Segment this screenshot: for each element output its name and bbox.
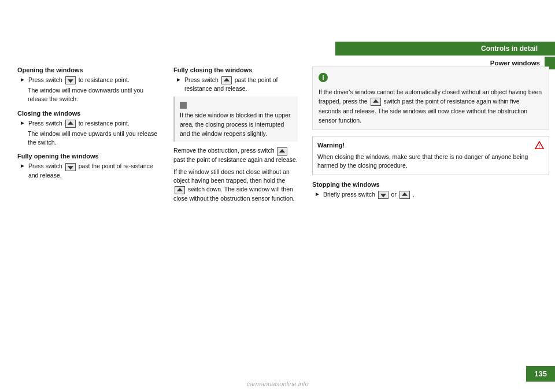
opening-sub: The window will move downwards until you… bbox=[17, 86, 165, 103]
switch-up-icon-1 bbox=[65, 120, 76, 128]
bullet-arrow-5: ► bbox=[314, 191, 320, 197]
side-window-note: If the side window is blocked in the upp… bbox=[173, 97, 298, 142]
middle-column: Fully closing the windows ► Press switch… bbox=[173, 66, 306, 206]
warning-triangle-icon: ! bbox=[535, 141, 544, 149]
warning-header: Warning! ! bbox=[317, 140, 544, 150]
bullet-arrow-3: ► bbox=[20, 162, 25, 169]
watermark: carmanualsonline.info bbox=[246, 380, 308, 387]
fully-opening-title: Fully opening the windows bbox=[17, 153, 165, 160]
if-no-close-text: If the window still does not close witho… bbox=[173, 168, 298, 203]
warning-title: Warning! bbox=[317, 140, 345, 150]
closing-sub: The window will move upwards until you r… bbox=[17, 130, 165, 147]
power-windows-label: Power windows bbox=[490, 60, 545, 66]
controls-detail-label: Controls in detail bbox=[335, 42, 555, 56]
stopping-title: Stopping the windows bbox=[312, 181, 549, 188]
stopping-text: Briefly press switch or . bbox=[323, 190, 415, 199]
driver-window-info-box: i If the driver's window cannot be autom… bbox=[312, 66, 549, 130]
fully-opening-bullet: ► Press switch past the point of re-sist… bbox=[17, 162, 165, 179]
closing-title: Closing the windows bbox=[17, 110, 165, 117]
switch-up-icon-5 bbox=[371, 98, 381, 106]
closing-bullet: ► Press switch to resistance point. bbox=[17, 119, 165, 128]
svg-text:!: ! bbox=[539, 144, 540, 148]
opening-bullet: ► Press switch to resistance point. bbox=[17, 76, 165, 84]
closing-bullet-text: Press switch to resistance point. bbox=[28, 119, 130, 128]
stopping-bullet: ► Briefly press switch or . bbox=[312, 190, 549, 199]
warning-text: When closing the windows, make sure that… bbox=[317, 153, 528, 169]
opening-bullet-text: Press switch to resistance point. bbox=[28, 76, 130, 84]
switch-up-icon-4 bbox=[175, 186, 185, 194]
info-icon-row: i bbox=[319, 73, 543, 84]
switch-down-icon-3 bbox=[378, 191, 388, 199]
main-content: Opening the windows ► Press switch to re… bbox=[17, 66, 549, 206]
fully-closing-bullet: ► Press switch past the point of resista… bbox=[173, 76, 298, 93]
note-text: If the side window is blocked in the upp… bbox=[180, 112, 290, 137]
fully-closing-text: Press switch past the point of resistanc… bbox=[184, 76, 298, 93]
page-number: 135 bbox=[526, 366, 555, 382]
bullet-arrow-1: ► bbox=[20, 76, 25, 83]
bullet-arrow-2: ► bbox=[20, 120, 25, 126]
fully-closing-title: Fully closing the windows bbox=[173, 66, 298, 73]
switch-down-icon-1 bbox=[65, 76, 76, 84]
left-column: Opening the windows ► Press switch to re… bbox=[17, 66, 173, 206]
remove-obstruction-text: Remove the obstruction, press switch pas… bbox=[173, 146, 298, 164]
bullet-arrow-4: ► bbox=[176, 76, 182, 83]
switch-up-icon-6 bbox=[399, 191, 410, 199]
note-icon bbox=[180, 102, 187, 109]
opening-title: Opening the windows bbox=[17, 66, 165, 73]
switch-up-icon-2 bbox=[221, 76, 232, 84]
switch-up-icon-3 bbox=[277, 147, 287, 156]
fully-opening-text: Press switch past the point of re-sistan… bbox=[28, 162, 165, 179]
right-column: i If the driver's window cannot be autom… bbox=[306, 66, 549, 206]
stopping-section: Stopping the windows ► Briefly press swi… bbox=[312, 181, 549, 199]
warning-box: Warning! ! When closing the windows, mak… bbox=[312, 136, 549, 175]
info-circle-icon: i bbox=[319, 73, 328, 82]
switch-down-icon-2 bbox=[65, 163, 76, 171]
header-bar: Controls in detail Power windows bbox=[335, 42, 555, 69]
